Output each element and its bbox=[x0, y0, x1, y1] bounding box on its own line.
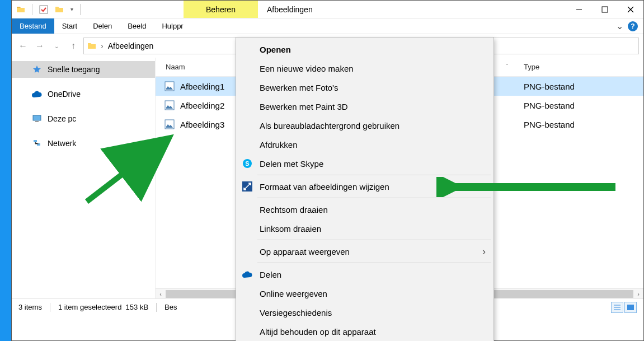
new-folder-icon[interactable] bbox=[55, 5, 64, 14]
sidebar-label: Netwerk bbox=[48, 139, 76, 148]
contextual-tab[interactable]: Beheren bbox=[184, 1, 258, 18]
tab-start[interactable]: Start bbox=[54, 18, 85, 34]
tab-bestand[interactable]: Bestand bbox=[12, 18, 54, 34]
file-type: PNG-bestand bbox=[524, 82, 575, 91]
svg-rect-2 bbox=[602, 7, 608, 12]
ctx-item-rotate-left[interactable]: Linksom draaien bbox=[237, 219, 492, 238]
image-file-icon bbox=[164, 100, 175, 110]
ctx-item-view-online[interactable]: Online weergeven bbox=[237, 284, 492, 303]
breadcrumb-sep: › bbox=[101, 41, 104, 50]
ctx-item-skype-share[interactable]: S Delen met Skype bbox=[237, 154, 492, 173]
sidebar-label: OneDrive bbox=[48, 90, 81, 99]
ribbon-collapse-icon[interactable]: ⌄ bbox=[616, 21, 623, 31]
ctx-item-print[interactable]: Afdrukken bbox=[237, 135, 492, 154]
ctx-item-version-history[interactable]: Versiegeschiedenis bbox=[237, 303, 492, 322]
scroll-left-icon[interactable]: ‹ bbox=[156, 291, 166, 297]
svg-rect-5 bbox=[33, 115, 41, 120]
ctx-item-edit-paint3d[interactable]: Bewerken met Paint 3D bbox=[237, 97, 492, 116]
folder-icon bbox=[16, 5, 25, 14]
separator bbox=[257, 198, 491, 198]
ribbon-tabs: Bestand Start Delen Beeld Hulppr ⌄ ? bbox=[12, 18, 643, 34]
submenu-arrow-icon: › bbox=[482, 246, 486, 258]
image-file-icon bbox=[164, 81, 175, 91]
ctx-item-resize-images[interactable]: Formaat van afbeeldingen wijzigen bbox=[237, 177, 492, 196]
properties-icon[interactable] bbox=[39, 5, 48, 14]
recent-dropdown[interactable]: ⌄ bbox=[50, 39, 63, 53]
separator bbox=[32, 4, 32, 15]
forward-button[interactable]: → bbox=[33, 39, 46, 53]
svg-rect-7 bbox=[34, 140, 37, 142]
back-button[interactable]: ← bbox=[16, 39, 30, 53]
file-type: PNG-bestand bbox=[524, 120, 575, 129]
maximize-button[interactable] bbox=[592, 1, 618, 18]
file-name: Afbeelding3 bbox=[180, 120, 224, 129]
view-details-icon[interactable] bbox=[611, 302, 623, 313]
contextual-tab-label: Beheren bbox=[206, 5, 236, 14]
ctx-item-always-keep[interactable]: Altijd behouden op dit apparaat bbox=[237, 322, 492, 341]
svg-rect-6 bbox=[35, 121, 39, 122]
sidebar-label: Deze pc bbox=[48, 114, 76, 123]
sidebar-item-network[interactable]: Netwerk bbox=[12, 135, 155, 152]
file-name: Afbeelding1 bbox=[180, 82, 224, 91]
help-icon[interactable]: ? bbox=[628, 21, 638, 31]
separator bbox=[257, 175, 491, 175]
tab-hulp[interactable]: Hulppr bbox=[154, 18, 191, 34]
context-menu: Openen Een nieuwe video maken Bewerken m… bbox=[236, 37, 494, 341]
file-type: PNG-bestand bbox=[524, 101, 575, 110]
separator bbox=[80, 4, 81, 15]
cloud-icon bbox=[242, 269, 253, 280]
sidebar-item-quick-access[interactable]: Snelle toegang bbox=[12, 61, 155, 78]
sidebar-label: Snelle toegang bbox=[48, 65, 100, 74]
status-item-count: 3 items bbox=[18, 303, 42, 311]
qat-dropdown-icon[interactable]: ▾ bbox=[70, 6, 73, 12]
file-name: Afbeelding2 bbox=[180, 101, 224, 110]
sidebar-item-this-pc[interactable]: Deze pc bbox=[12, 110, 155, 127]
status-extra: Bes bbox=[164, 303, 177, 311]
sort-indicator-icon: ˆ bbox=[506, 64, 508, 70]
quick-access-toolbar: ▾ bbox=[12, 1, 85, 18]
image-file-icon bbox=[164, 119, 175, 129]
ctx-item-rotate-right[interactable]: Rechtsom draaien bbox=[237, 200, 492, 219]
close-button[interactable] bbox=[618, 1, 643, 18]
minimize-button[interactable] bbox=[566, 1, 592, 18]
up-button[interactable]: ↑ bbox=[67, 39, 80, 53]
pc-icon bbox=[32, 114, 42, 124]
window-title: Afbeeldingen bbox=[258, 1, 322, 18]
svg-rect-12 bbox=[627, 305, 634, 310]
skype-icon: S bbox=[242, 158, 253, 169]
separator bbox=[257, 263, 491, 263]
separator bbox=[257, 240, 491, 240]
titlebar: ▾ Beheren Afbeeldingen bbox=[12, 1, 643, 18]
svg-rect-0 bbox=[40, 6, 48, 13]
cloud-icon bbox=[32, 89, 42, 99]
separator bbox=[156, 303, 157, 312]
sidebar-item-onedrive[interactable]: OneDrive bbox=[12, 86, 155, 102]
col-header-type[interactable]: Type bbox=[514, 63, 539, 71]
ctx-item-set-wallpaper[interactable]: Als bureaubladachtergrond gebruiken bbox=[237, 116, 492, 135]
network-icon bbox=[32, 138, 42, 148]
resize-icon bbox=[242, 181, 253, 192]
tab-beeld[interactable]: Beeld bbox=[120, 18, 154, 34]
folder-icon bbox=[87, 41, 96, 50]
ctx-item-edit-photos[interactable]: Bewerken met Foto's bbox=[237, 78, 492, 97]
ctx-item-open[interactable]: Openen bbox=[237, 40, 492, 59]
status-selection: 1 item geselecteerd 153 kB bbox=[58, 303, 148, 311]
scroll-right-icon[interactable]: › bbox=[633, 291, 643, 297]
nav-pane: Snelle toegang OneDrive Deze pc Netwerk bbox=[12, 58, 155, 298]
tab-delen[interactable]: Delen bbox=[85, 18, 120, 34]
svg-text:S: S bbox=[245, 160, 249, 167]
ctx-item-new-video[interactable]: Een nieuwe video maken bbox=[237, 59, 492, 78]
separator bbox=[50, 303, 50, 312]
view-thumbnails-icon[interactable] bbox=[624, 302, 637, 313]
star-icon bbox=[32, 64, 42, 74]
ctx-item-share[interactable]: Delen bbox=[237, 265, 492, 284]
breadcrumb-segment[interactable]: Afbeeldingen bbox=[108, 41, 154, 50]
ctx-item-cast-to-device[interactable]: Op apparaat weergeven › bbox=[237, 242, 492, 261]
